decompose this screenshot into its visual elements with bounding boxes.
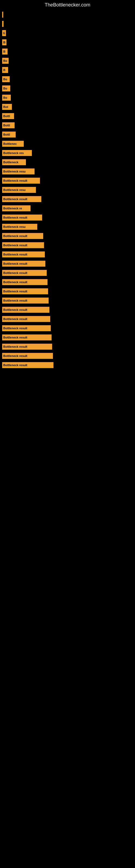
bar: Bo xyxy=(2,86,10,91)
bar-row: Bottleneck result xyxy=(2,178,135,184)
bar: Bottleneck resu xyxy=(2,224,37,230)
bar-label: Bottleneck result xyxy=(3,290,27,293)
bar-label: Bottleneck resu xyxy=(3,225,26,228)
bar-row: B xyxy=(2,49,135,55)
bar: Bottleneck result xyxy=(2,288,48,294)
bar-row: Bo xyxy=(2,95,135,101)
bar: Bo xyxy=(2,95,11,101)
bar: Bottleneck result xyxy=(2,279,48,285)
bar-label: Bottleneck result xyxy=(3,262,27,265)
bars-container: EBBBoBBoBoBoBotBottlBottlBottlBottlenecB… xyxy=(0,9,135,368)
bar: Bot xyxy=(2,104,12,110)
bar-label: Bottleneck result xyxy=(3,271,27,275)
bar-row: Bottleneck result xyxy=(2,242,135,248)
bar-row: B xyxy=(2,67,135,73)
bar-row: Bottleneck result xyxy=(2,344,135,350)
bar: Bottl xyxy=(2,113,14,119)
bar-label: Bottleneck result xyxy=(3,299,27,302)
bar-label: Bottleneck result xyxy=(3,364,27,367)
bar-row: Bottleneck result xyxy=(2,307,135,313)
bar: Bottleneck result xyxy=(2,261,45,267)
bar-label: Bottleneck result xyxy=(3,354,27,358)
bar-row: Bottleneck result xyxy=(2,251,135,257)
bar: Bottleneck result xyxy=(2,353,53,359)
bar-label: Bottleneck re xyxy=(3,207,22,210)
bar: Bottleneck result xyxy=(2,270,47,276)
bar-row: Bottleneck result xyxy=(2,261,135,267)
bar: Bottleneck result xyxy=(2,362,53,368)
bar-label: Bottleneck result xyxy=(3,317,27,321)
bar-row: B xyxy=(2,39,135,45)
bar: Bo xyxy=(2,58,9,64)
bar xyxy=(2,21,3,27)
bar-label: Bottleneck result xyxy=(3,179,27,182)
bar-row: Bottleneck result xyxy=(2,215,135,220)
bar-row: Bottleneck result xyxy=(2,353,135,359)
bar-row: Bottleneck result xyxy=(2,316,135,322)
bar-label: Bottleneck result xyxy=(3,345,27,348)
bar: Bottleneck result xyxy=(2,335,52,340)
bar-label: Bot xyxy=(3,105,8,108)
bar-row xyxy=(2,21,135,27)
bar-row: Bottleneck result xyxy=(2,325,135,331)
bar-label: B xyxy=(3,41,5,44)
bar: B xyxy=(2,39,6,45)
bar: Bottleneck result xyxy=(2,344,52,350)
bar-label: Bottl xyxy=(3,124,10,127)
bar: Bottl xyxy=(2,122,14,128)
bar-label: Bottl xyxy=(3,133,10,136)
bar: Bottleneck result xyxy=(2,251,45,257)
bar-row: Bottl xyxy=(2,131,135,137)
bar-row: Bottleneck resu xyxy=(2,187,135,193)
bar: Bottleneck result xyxy=(2,316,50,322)
bar-row: Bottleneck result xyxy=(2,279,135,285)
bar: Bottleneck result xyxy=(2,233,43,239)
bar-label: Bottleneck result xyxy=(3,244,27,247)
bar-row: Bo xyxy=(2,76,135,82)
bar-row: Bottleneck res xyxy=(2,150,135,156)
bar-label: Bottlenec xyxy=(3,142,17,145)
bar-label: B xyxy=(3,50,5,53)
bar-row: E xyxy=(2,30,135,36)
bar-label: Bottleneck xyxy=(3,161,18,164)
bar-row: Bottlenec xyxy=(2,141,135,147)
bar-label: Bo xyxy=(3,96,7,99)
bar-label: Bottleneck res xyxy=(3,151,24,155)
bar: Bottleneck xyxy=(2,159,26,165)
bar-row: Bottleneck resu xyxy=(2,168,135,175)
bar-label: Bottleneck resu xyxy=(3,188,26,191)
bar-label: B xyxy=(3,68,5,72)
bar-label: Bo xyxy=(3,59,7,62)
bar: Bottleneck result xyxy=(2,298,49,304)
bar-row: Bottleneck re xyxy=(2,205,135,211)
bar: Bottleneck re xyxy=(2,205,31,211)
bar: B xyxy=(2,49,8,55)
bar: Bottleneck result xyxy=(2,196,41,202)
bar: Bottleneck result xyxy=(2,178,40,184)
bar: B xyxy=(2,67,8,73)
bar-row: Bottleneck result xyxy=(2,298,135,304)
bar-row: Bottleneck result xyxy=(2,335,135,340)
bar-label: Bo xyxy=(3,87,7,90)
bar-row: Bottleneck resu xyxy=(2,224,135,230)
bar: Bottleneck resu xyxy=(2,187,36,193)
bar-label: Bottleneck result xyxy=(3,280,27,284)
bar-label: Bottleneck result xyxy=(3,235,27,238)
bar: Bottleneck result xyxy=(2,307,49,313)
bar-label: Bottleneck result xyxy=(3,327,27,330)
bar-row: Bottleneck result xyxy=(2,362,135,368)
bar-label: E xyxy=(3,31,5,35)
bar-label: Bottleneck result xyxy=(3,253,27,256)
bar-row: Bottleneck result xyxy=(2,196,135,202)
bar-row: Bottl xyxy=(2,113,135,119)
bar: Bottleneck result xyxy=(2,215,42,220)
bar-row: Bo xyxy=(2,58,135,64)
bar-row: Bottleneck result xyxy=(2,233,135,239)
bar-label: Bottleneck result xyxy=(3,308,27,311)
bar-label: Bottleneck resu xyxy=(3,170,26,173)
bar-label: Bottleneck result xyxy=(3,336,27,339)
bar-label: Bottl xyxy=(3,115,10,118)
bar-row: Bottleneck result xyxy=(2,288,135,294)
bar-label: Bottleneck result xyxy=(3,197,27,201)
bar xyxy=(2,12,3,18)
